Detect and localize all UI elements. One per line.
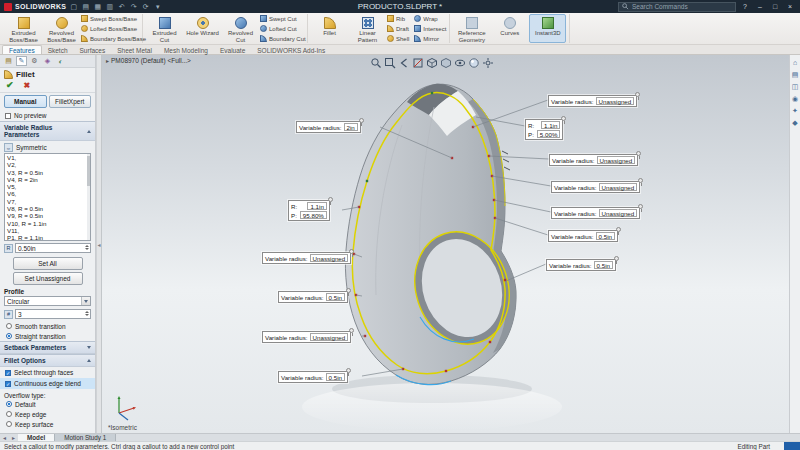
- pin-icon[interactable]: [614, 256, 619, 261]
- list-item[interactable]: V4, R = 2in: [5, 176, 90, 183]
- open-file-icon[interactable]: ▤: [81, 2, 90, 11]
- shell-button[interactable]: Shell: [387, 34, 409, 43]
- revolved-cut-button[interactable]: Revolved Cut: [222, 14, 259, 43]
- boundary-boss-button[interactable]: Boundary Boss/Base: [81, 34, 139, 43]
- tab-mesh-modeling[interactable]: Mesh Modeling: [158, 46, 214, 54]
- reference-geometry-button[interactable]: Reference Geometry: [453, 14, 490, 43]
- pin-icon[interactable]: [616, 227, 621, 232]
- overflow-default-radio[interactable]: [6, 401, 12, 407]
- tab-features[interactable]: Features: [2, 45, 42, 54]
- search-commands-input[interactable]: Search Commands: [618, 2, 736, 12]
- wrap-button[interactable]: Wrap: [414, 14, 446, 23]
- lofted-cut-button[interactable]: Lofted Cut: [260, 24, 304, 33]
- callout-variable-radius[interactable]: Variable radius: 0.5in: [548, 230, 618, 242]
- smooth-transition-radio[interactable]: [6, 323, 12, 329]
- graphics-viewport[interactable]: ▸ PM08970 (Default) <Full...> Variable r…: [102, 55, 789, 433]
- fillet-options-section-header[interactable]: Fillet Options: [0, 354, 95, 367]
- file-explorer-icon[interactable]: ◫: [792, 83, 799, 91]
- feature-tree-flyout[interactable]: ▸ PM08970 (Default) <Full...>: [106, 57, 191, 64]
- model-3d-scene[interactable]: [102, 55, 789, 433]
- list-item[interactable]: V6,: [5, 190, 90, 197]
- list-item[interactable]: V8, R = 0.5in: [5, 205, 90, 212]
- straight-transition-row[interactable]: Straight transition: [0, 331, 95, 341]
- swept-boss-button[interactable]: Swept Boss/Base: [81, 14, 139, 23]
- model-tab[interactable]: Model: [18, 434, 55, 441]
- overflow-default-row[interactable]: Default: [0, 399, 95, 409]
- undo-icon[interactable]: ↶: [117, 2, 126, 11]
- redo-icon[interactable]: ↷: [129, 2, 138, 11]
- tab-sheet-metal[interactable]: Sheet Metal: [111, 46, 158, 54]
- quick-tips-box[interactable]: [784, 442, 800, 450]
- callout-radius-position[interactable]: R:1.1in P:5.00%: [525, 119, 563, 140]
- view-orientation-icon[interactable]: [426, 57, 438, 69]
- callout-radius-position[interactable]: R:1.1in P:95.80%: [288, 200, 330, 221]
- overflow-keep-edge-radio[interactable]: [6, 411, 12, 417]
- dimxpert-tab-icon[interactable]: ◈: [42, 56, 53, 66]
- linear-pattern-button[interactable]: Linear Pattern: [349, 14, 386, 43]
- pin-icon[interactable]: [346, 368, 351, 373]
- continuous-edge-blend-checkbox[interactable]: [5, 381, 11, 387]
- custom-properties-icon[interactable]: ◆: [792, 119, 797, 127]
- tab-solidworks-addins[interactable]: SOLIDWORKS Add-Ins: [251, 46, 331, 54]
- save-icon[interactable]: ▦: [93, 2, 102, 11]
- featuremanager-tab-icon[interactable]: ▤: [3, 56, 14, 66]
- appearances-icon[interactable]: ✦: [792, 107, 798, 115]
- minimize-button[interactable]: –: [754, 3, 766, 10]
- profile-select[interactable]: Circular: [4, 296, 91, 306]
- straight-transition-radio[interactable]: [6, 333, 12, 339]
- fillet-button[interactable]: Fillet: [311, 14, 348, 43]
- zoom-fit-icon[interactable]: [370, 57, 382, 69]
- cancel-button[interactable]: ✖: [24, 81, 31, 90]
- pin-icon[interactable]: [346, 288, 351, 293]
- pin-icon[interactable]: [328, 197, 333, 202]
- manual-mode-button[interactable]: Manual: [4, 95, 47, 108]
- configurationmanager-tab-icon[interactable]: ⚙: [29, 56, 40, 66]
- tab-scroll-left-icon[interactable]: ◂: [0, 434, 9, 441]
- continuous-edge-blend-row[interactable]: Continuous edge blend: [0, 378, 95, 389]
- rebuild-icon[interactable]: ⟳: [141, 2, 150, 11]
- help-button[interactable]: ?: [739, 3, 751, 10]
- view-settings-icon[interactable]: [482, 57, 494, 69]
- list-item[interactable]: V3, R = 0.5in: [5, 169, 90, 176]
- edit-appearance-icon[interactable]: [468, 57, 480, 69]
- new-file-icon[interactable]: ▢: [69, 2, 78, 11]
- pin-icon[interactable]: [359, 118, 364, 123]
- overflow-keep-edge-row[interactable]: Keep edge: [0, 409, 95, 419]
- callout-variable-radius[interactable]: Variable radius: Unassigned: [551, 181, 640, 193]
- list-item[interactable]: V11,: [5, 227, 90, 234]
- callout-variable-radius[interactable]: Variable radius: 0.5in: [278, 291, 348, 303]
- tab-evaluate[interactable]: Evaluate: [214, 46, 251, 54]
- callout-variable-radius[interactable]: Variable radius: 0.5in: [546, 259, 616, 271]
- close-button[interactable]: ×: [784, 3, 796, 10]
- dropdown-arrow-icon[interactable]: [81, 297, 90, 305]
- instances-input[interactable]: 3: [15, 309, 91, 319]
- callout-variable-radius[interactable]: Variable radius: Unassigned: [548, 95, 637, 107]
- zoom-area-icon[interactable]: [384, 57, 396, 69]
- section-view-icon[interactable]: [412, 57, 424, 69]
- smooth-transition-row[interactable]: Smooth transition: [0, 321, 95, 331]
- list-scrollbar[interactable]: [87, 154, 90, 240]
- solidworks-resources-icon[interactable]: ⌂: [793, 59, 797, 67]
- no-preview-checkbox[interactable]: [5, 113, 11, 119]
- radius-spinner[interactable]: [85, 245, 89, 250]
- filletxpert-mode-button[interactable]: FilletXpert: [49, 95, 92, 108]
- set-unassigned-button[interactable]: Set Unassigned: [13, 272, 83, 285]
- callout-variable-radius[interactable]: Variable radius: Unassigned: [551, 207, 640, 219]
- list-item[interactable]: V1,: [5, 154, 90, 161]
- no-preview-row[interactable]: No preview: [0, 110, 95, 121]
- revolved-boss-button[interactable]: Revolved Boss/Base: [43, 14, 80, 43]
- vertex-list[interactable]: V1, V2, V3, R = 0.5in V4, R = 2in V5, V6…: [4, 153, 91, 241]
- intersect-button[interactable]: Intersect: [414, 24, 446, 33]
- flyout-arrow-icon[interactable]: ▸: [106, 57, 109, 64]
- radius-input[interactable]: 0.50in: [15, 243, 91, 253]
- extruded-boss-button[interactable]: Extruded Boss/Base: [5, 14, 42, 43]
- tab-sketch[interactable]: Sketch: [42, 46, 74, 54]
- tab-surfaces[interactable]: Surfaces: [74, 46, 112, 54]
- select-through-faces-checkbox[interactable]: [5, 370, 11, 376]
- options-dropdown-icon[interactable]: ▾: [153, 2, 162, 11]
- lofted-boss-button[interactable]: Lofted Boss/Base: [81, 24, 139, 33]
- callout-variable-radius[interactable]: Variable radius: 2in: [296, 121, 361, 133]
- ok-button[interactable]: ✔: [6, 80, 14, 90]
- list-item[interactable]: V5,: [5, 183, 90, 190]
- list-item[interactable]: P1, R = 1.1in: [5, 234, 90, 241]
